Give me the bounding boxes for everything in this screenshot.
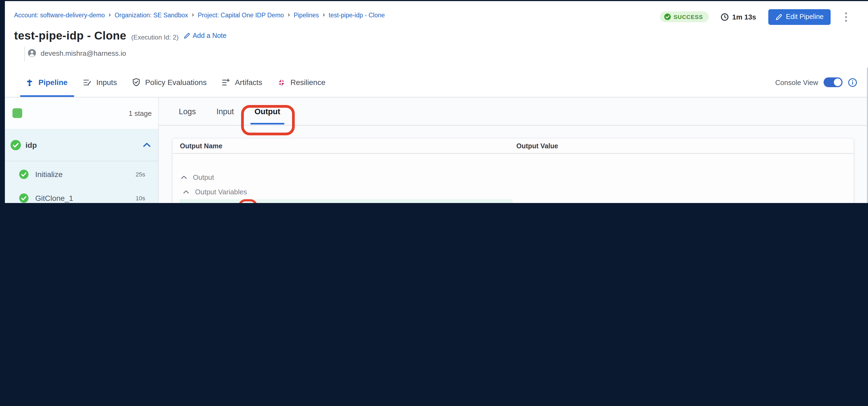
duration-label: 1m 13s [732,13,756,21]
console-view-toggle[interactable] [824,77,842,87]
breadcrumb-project[interactable]: Project: Capital One IDP Demo [198,12,284,19]
breadcrumb-pipelines[interactable]: Pipelines [294,12,319,19]
stage-summary-header: 1 stage [5,97,158,129]
variable-value-link[interactable]: https://github.com/test-org-devesh/testp… [516,199,657,203]
breadcrumb-separator: › [192,11,194,19]
console-view-label: Console View [775,78,818,86]
pipeline-execution-page: Account: software-delivery-demo › Organi… [0,0,868,203]
output-table-header: Output Name Output Value [173,139,854,154]
step-name: Initialize [35,170,63,179]
stage-count: 1 stage [129,97,152,129]
subtab-label: Input [216,107,234,115]
breadcrumb: Account: software-delivery-demo › Organi… [14,11,385,19]
execution-actions: SUCCESS 1m 13s Edit Pipeline [660,9,849,25]
tab-label: Resilience [290,78,326,87]
window-top-border [0,0,868,1]
info-icon[interactable] [848,78,857,87]
chevron-up-icon [183,190,189,194]
breadcrumb-separator: › [323,11,325,19]
user-email: devesh.mishra@harness.io [41,49,126,57]
column-header-output-value: Output Value [513,142,558,150]
edit-pipeline-label: Edit Pipeline [786,13,824,21]
status-badge: SUCCESS [660,11,709,22]
tab-label: Policy Evaluations [145,78,207,87]
success-check-icon [19,193,29,203]
add-note-link[interactable]: Add a Note [183,32,226,39]
success-check-icon [10,139,21,150]
edit-pipeline-button[interactable]: Edit Pipeline [768,9,831,25]
breadcrumb-separator: › [108,11,111,19]
group-row-output[interactable]: Output [181,173,214,181]
subtab-label: Logs [179,107,196,115]
step-duration: 25s [136,171,146,177]
resilience-icon [277,78,285,86]
chevron-up-icon[interactable] [143,142,151,147]
inputs-icon [83,78,91,86]
title-row: test-pipe-idp - Clone (Execution Id: 2) … [14,29,226,42]
execution-tabs: Pipeline Inputs Policy Evaluations Artif… [5,68,868,97]
group-label: Output Variables [195,188,247,196]
breadcrumb-organization[interactable]: Organization: SE Sandbox [115,12,188,19]
page-scrollbar[interactable] [867,68,868,203]
shield-check-icon [132,78,140,87]
avatar-icon [28,49,36,57]
tab-inputs[interactable]: Inputs [75,68,124,97]
tab-pipeline[interactable]: Pipeline [21,68,75,97]
breadcrumb-separator: › [288,11,290,19]
author-row: devesh.mishra@harness.io [28,49,126,57]
author-divider [24,46,25,62]
stage-sidebar: 1 stage idp Initialize 25s [5,97,159,203]
execution-duration: 1m 13s [721,13,756,21]
breadcrumb-execution[interactable]: test-pipe-idp - Clone [329,12,385,19]
success-check-icon [19,169,29,179]
more-options-kebab-icon[interactable] [842,10,849,23]
subtab-logs[interactable]: Logs [172,97,203,125]
chevron-up-icon [181,175,187,179]
subtab-output-selected[interactable]: Output [248,97,287,125]
console-view-control: Console View [775,68,857,97]
stage-name: idp [26,140,37,149]
tab-resilience[interactable]: Resilience [270,68,333,97]
pipeline-icon [26,78,34,86]
output-table-card: Output Name Output Value Output Output V… [172,138,854,203]
pencil-icon [775,13,782,20]
step-name: GitClone_1 [35,194,73,202]
step-duration: 10s [136,195,146,201]
tab-label: Pipeline [38,78,67,87]
add-note-label: Add a Note [193,32,226,39]
page-title: test-pipe-idp - Clone [14,29,126,42]
step-row-initialize[interactable]: Initialize 25s [11,162,152,186]
annotation-ring-copy-icon [238,199,257,203]
group-row-output-variables[interactable]: Output Variables [183,188,247,196]
tab-label: Artifacts [235,78,262,87]
stage-success-square-icon [12,108,22,118]
output-table-body: Output Output Variables repositoryUrl ht… [173,154,854,203]
breadcrumb-account[interactable]: Account: software-delivery-demo [14,12,105,19]
status-badge-label: SUCCESS [674,13,703,20]
subtab-label: Output [254,107,280,115]
column-header-output-name: Output Name [173,142,513,150]
step-row-gitclone[interactable]: GitClone_1 10s [11,186,152,203]
stage-section: idp Initialize 25s GitClone_1 10s [5,129,158,203]
pencil-icon [183,32,190,39]
tab-policy-evaluations[interactable]: Policy Evaluations [125,68,214,97]
execution-header: Account: software-delivery-demo › Organi… [5,1,868,68]
clock-icon [721,13,729,21]
stage-row-idp[interactable]: idp [5,129,158,161]
tab-artifacts[interactable]: Artifacts [214,68,270,97]
step-detail-panel: Logs Input Output Output Name Output Val… [159,97,868,203]
step-list: Initialize 25s GitClone_1 10s CookieCutt… [5,161,158,203]
step-detail-tabs: Logs Input Output [159,97,868,126]
group-label: Output [193,173,214,181]
success-check-icon [664,13,671,20]
collapsed-nav-rail [0,0,5,203]
variable-row-repositoryurl: repositoryUrl [179,199,513,203]
execution-id: (Execution Id: 2) [131,34,179,41]
subtab-input[interactable]: Input [210,97,241,125]
artifacts-list-icon [222,78,230,86]
tab-label: Inputs [96,78,117,87]
